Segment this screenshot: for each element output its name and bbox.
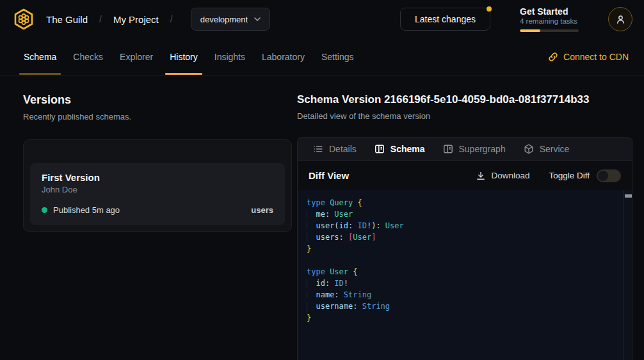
get-started-progressbar — [520, 29, 579, 32]
version-author: John Doe — [42, 185, 273, 194]
main-nav: Schema Checks Explorer History Insights … — [0, 38, 644, 75]
tab-label: Laboratory — [262, 52, 305, 62]
diff-view-header: Diff View Download Toggle Diff — [298, 161, 632, 190]
environment-select-value: development — [200, 15, 248, 24]
breadcrumb-separator: / — [98, 14, 103, 24]
cube-icon — [524, 144, 534, 154]
toggle-diff-label: Toggle Diff — [549, 171, 590, 180]
breadcrumb-separator: / — [169, 14, 174, 24]
versions-panel: Versions Recently published schemas. Fir… — [0, 75, 297, 360]
tab-label: History — [170, 52, 198, 62]
notification-dot — [487, 6, 492, 12]
detail-tab-label: Service — [540, 144, 570, 154]
version-detail-subtitle: Detailed view of the schema version — [297, 111, 632, 121]
diff-view-title: Diff View — [309, 170, 349, 181]
download-button[interactable]: Download — [476, 171, 529, 180]
user-avatar[interactable] — [608, 7, 632, 31]
breadcrumb-org[interactable]: The Guild — [46, 14, 88, 25]
latest-changes-button[interactable]: Latest changes — [400, 8, 490, 31]
tab-label: Insights — [214, 52, 245, 62]
person-icon — [615, 14, 626, 25]
detail-tab-supergraph[interactable]: Supergraph — [434, 137, 515, 160]
download-label: Download — [491, 171, 529, 180]
connect-to-cdn-link[interactable]: Connect to CDN — [548, 38, 629, 75]
panels-icon — [374, 144, 385, 154]
detail-tab-schema[interactable]: Schema — [366, 137, 434, 160]
version-list-item[interactable]: First Version John Doe Published 5m ago … — [30, 163, 285, 225]
detail-tab-label: Details — [329, 144, 357, 154]
latest-changes-label: Latest changes — [415, 14, 476, 24]
link-icon — [548, 52, 558, 62]
tab-label: Checks — [73, 52, 103, 62]
tab-checks[interactable]: Checks — [65, 38, 111, 75]
app-header: The Guild / My Project / development Lat… — [0, 0, 644, 38]
tab-schema[interactable]: Schema — [15, 38, 65, 75]
panels-icon — [443, 144, 453, 154]
download-icon — [476, 171, 485, 180]
code-scrollbar[interactable] — [624, 190, 632, 360]
version-detail-title: Schema Version 2166196f-5e10-4059-bd0a-0… — [297, 93, 632, 106]
hive-logo-icon[interactable] — [12, 7, 36, 31]
environment-select[interactable]: development — [191, 8, 270, 31]
code-scrollbar-thumb[interactable] — [625, 194, 632, 198]
list-icon — [313, 144, 323, 154]
detail-tab-label: Supergraph — [459, 144, 506, 154]
schema-code-viewer: type Query { me: User user(id: ID!): Use… — [298, 190, 632, 360]
get-started-title: Get Started — [520, 6, 579, 17]
code-content: type Query { me: User user(id: ID!): Use… — [307, 197, 615, 324]
tab-laboratory[interactable]: Laboratory — [254, 38, 313, 75]
version-status: Published 5m ago — [53, 205, 120, 215]
published-dot-icon — [42, 207, 47, 213]
versions-subtitle: Recently published schemas. — [23, 112, 282, 121]
main-content: Versions Recently published schemas. Fir… — [0, 75, 644, 360]
tab-underline — [165, 73, 202, 75]
version-service-badge: users — [251, 205, 273, 215]
tab-label: Explorer — [120, 52, 153, 62]
chevron-down-icon — [254, 17, 261, 21]
tab-underline — [19, 73, 61, 75]
tab-label: Settings — [321, 52, 354, 62]
toggle-diff-switch[interactable] — [597, 169, 621, 182]
tab-explorer[interactable]: Explorer — [111, 38, 161, 75]
versions-title: Versions — [23, 93, 282, 107]
detail-tab-details[interactable]: Details — [304, 137, 366, 160]
versions-card: First Version John Doe Published 5m ago … — [23, 139, 292, 232]
schema-view-panel: Details Schema — [297, 137, 632, 360]
breadcrumb-project[interactable]: My Project — [113, 14, 159, 25]
get-started-widget[interactable]: Get Started 4 remaining tasks — [520, 6, 579, 32]
tab-history[interactable]: History — [161, 38, 206, 75]
detail-tab-service[interactable]: Service — [515, 137, 579, 160]
version-name: First Version — [42, 172, 273, 183]
tab-insights[interactable]: Insights — [206, 38, 254, 75]
connect-to-cdn-label: Connect to CDN — [563, 52, 629, 62]
get-started-progress-fill — [520, 29, 540, 32]
version-detail-panel: Schema Version 2166196f-5e10-4059-bd0a-0… — [297, 75, 644, 360]
detail-tabstrip: Details Schema — [298, 137, 632, 161]
get-started-subtitle: 4 remaining tasks — [520, 17, 579, 25]
tab-settings[interactable]: Settings — [313, 38, 362, 75]
detail-tab-label: Schema — [390, 144, 425, 154]
switch-knob — [598, 171, 608, 181]
tab-label: Schema — [24, 52, 56, 62]
